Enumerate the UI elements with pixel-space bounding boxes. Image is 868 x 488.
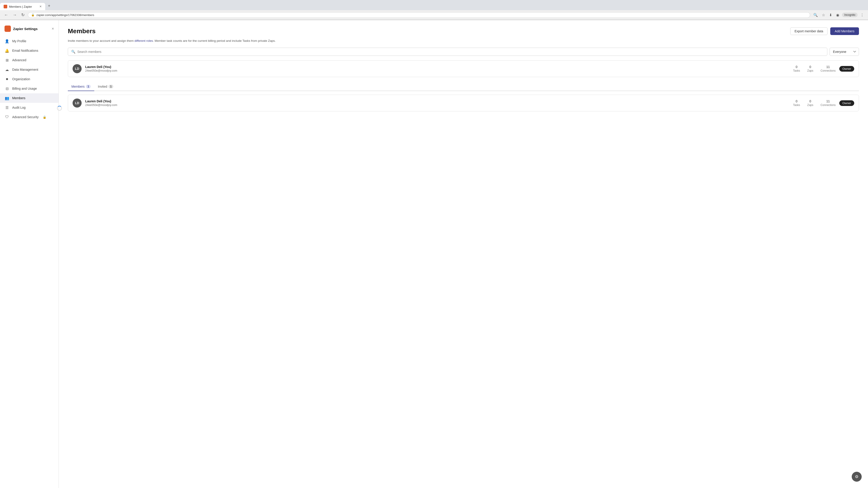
add-members-button[interactable]: Add Members (830, 27, 859, 35)
nav-advanced-security-icon: 🛡 (4, 115, 9, 120)
toolbar-actions: 🔍 ☆ ⬇ ◉ Incognito ⋮ (812, 12, 865, 18)
forward-button[interactable]: → (11, 12, 18, 18)
search-browser-button[interactable]: 🔍 (812, 12, 819, 18)
tab-invited-tab-badge: 1 (108, 85, 113, 88)
member-connections-0: 11 Connections (820, 99, 836, 107)
member-card: LD Lauren Deli (You) 24ee050e@moodjoy.co… (68, 95, 859, 111)
nav-billing-usage-icon: ⊟ (4, 86, 9, 91)
address-bar: 🔒 (28, 12, 810, 18)
sidebar-item-audit-log[interactable]: ☰ Audit Log (0, 103, 59, 112)
tab-members-tab[interactable]: Members 1 (68, 83, 94, 91)
nav-data-management-label: Data Management (12, 68, 38, 71)
sidebar-header: Zapier Settings × (0, 24, 59, 36)
browser-chrome: Members | Zapier × + ← → ↻ 🔒 🔍 ☆ ⬇ ◉ Inc… (0, 0, 868, 20)
sidebar-item-email-notifications[interactable]: 🔔 Email Notifications (0, 46, 59, 55)
nav-audit-log-icon: ☰ (4, 105, 9, 110)
summary-member-name: Lauren Deli (You) (85, 65, 789, 69)
nav-advanced-icon: ⊞ (4, 58, 9, 63)
member-avatar-0: LD (72, 98, 82, 107)
nav-organization-label: Organization (12, 77, 30, 81)
nav-organization-icon: ■ (4, 76, 9, 82)
description-rest: . Member task counts are for the current… (153, 39, 276, 42)
search-icon: 🔍 (71, 50, 75, 54)
tab-invited-tab-label: Invited (98, 85, 107, 88)
summary-zaps-label: Zaps (807, 69, 813, 72)
new-tab-button[interactable]: + (45, 2, 53, 10)
sidebar-item-billing-usage[interactable]: ⊟ Billing and Usage (0, 84, 59, 93)
member-connections-label-0: Connections (820, 103, 836, 107)
download-button[interactable]: ⬇ (828, 12, 833, 18)
sidebar-item-my-profile[interactable]: 👤 My Profile (0, 36, 59, 46)
sidebar-item-members[interactable]: 👥 Members (0, 93, 59, 103)
summary-zaps-stat: 0 Zaps (807, 65, 813, 72)
page-description: Invite members to your account and assig… (68, 39, 859, 43)
loading-spinner-wrapper (57, 106, 62, 111)
member-tasks-value-0: 0 (793, 99, 800, 103)
different-roles-link[interactable]: different roles (134, 39, 153, 42)
tab-close-button[interactable]: × (39, 5, 41, 8)
tab-members-tab-badge: 1 (86, 85, 91, 88)
summary-tasks-label: Tasks (793, 69, 800, 72)
browser-tabs: Members | Zapier × + (0, 0, 868, 10)
nav-members-icon: 👥 (4, 96, 9, 101)
description-text: Invite members to your account and assig… (68, 39, 134, 42)
member-email-0: 24ee050e@moodjoy.com (85, 103, 789, 107)
header-actions: Export member data Add Members (790, 27, 859, 35)
active-tab: Members | Zapier × (0, 3, 45, 10)
summary-member-email: 24ee050e@moodjoy.com (85, 69, 789, 72)
member-tasks-label-0: Tasks (793, 103, 800, 107)
incognito-label: Incognito (844, 13, 855, 17)
summary-tasks-value: 0 (793, 65, 800, 69)
nav-my-profile-icon: 👤 (4, 39, 9, 43)
tab-members-tab-label: Members (71, 85, 85, 88)
page-title: Members (68, 28, 96, 35)
sidebar-nav: 👤 My Profile 🔔 Email Notifications ⊞ Adv… (0, 36, 59, 122)
search-box: 🔍 (68, 48, 827, 56)
help-icon: ⚙ (855, 474, 859, 479)
search-members-input[interactable] (77, 50, 824, 54)
sidebar-close-button[interactable]: × (52, 26, 54, 31)
refresh-button[interactable]: ↻ (20, 11, 26, 18)
member-connections-value-0: 11 (820, 99, 836, 103)
tab-favicon (4, 5, 7, 8)
loading-spinner (57, 106, 62, 111)
member-summary-card: LD Lauren Deli (You) 24ee050e@moodjoy.co… (68, 60, 859, 77)
member-name-0: Lauren Deli (You) (85, 99, 789, 103)
nav-my-profile-label: My Profile (12, 39, 26, 43)
address-input[interactable] (36, 13, 807, 17)
summary-connections-stat: 11 Connections (820, 65, 836, 72)
browser-toolbar: ← → ↻ 🔒 🔍 ☆ ⬇ ◉ Incognito ⋮ (0, 10, 868, 20)
summary-zaps-value: 0 (807, 65, 813, 69)
member-stats-0: 0 Tasks 0 Zaps 11 Connections (793, 99, 836, 107)
zapier-logo (4, 26, 11, 32)
sidebar-item-organization[interactable]: ■ Organization (0, 74, 59, 84)
page-header: Members Export member data Add Members (68, 27, 859, 35)
help-button[interactable]: ⚙ (852, 472, 862, 482)
tab-title: Members | Zapier (9, 5, 32, 8)
profile-button[interactable]: ◉ (835, 12, 841, 18)
nav-billing-usage-label: Billing and Usage (12, 87, 37, 90)
nav-email-notifications-label: Email Notifications (12, 49, 38, 53)
summary-role-badge: Owner (839, 66, 854, 72)
nav-email-notifications-icon: 🔔 (4, 48, 9, 53)
member-zaps-value-0: 0 (807, 99, 813, 103)
browser-menu-button[interactable]: ⋮ (859, 12, 865, 18)
tab-invited-tab[interactable]: Invited 1 (94, 83, 117, 91)
sidebar-item-data-management[interactable]: ☁ Data Management (0, 65, 59, 74)
summary-connections-value: 11 (820, 65, 836, 69)
member-zaps-label-0: Zaps (807, 103, 813, 107)
nav-data-management-icon: ☁ (4, 67, 9, 72)
bookmark-button[interactable]: ☆ (820, 12, 827, 18)
tabs-row: Members 1 Invited 1 (68, 83, 859, 91)
sidebar-item-advanced-security[interactable]: 🛡 Advanced Security 🔒 (0, 112, 59, 122)
summary-member-info: Lauren Deli (You) 24ee050e@moodjoy.com (85, 65, 789, 72)
export-member-data-button[interactable]: Export member data (790, 27, 828, 35)
member-zaps-0: 0 Zaps (807, 99, 813, 107)
member-info-0: Lauren Deli (You) 24ee050e@moodjoy.com (85, 99, 789, 107)
back-button[interactable]: ← (3, 12, 9, 18)
sidebar-item-advanced[interactable]: ⊞ Advanced (0, 55, 59, 65)
sidebar: Zapier Settings × 👤 My Profile 🔔 Email N… (0, 20, 59, 488)
summary-tasks-stat: 0 Tasks (793, 65, 800, 72)
nav-advanced-security-label: Advanced Security (12, 115, 39, 119)
filter-select[interactable]: EveryoneMembersInvited (830, 48, 859, 56)
